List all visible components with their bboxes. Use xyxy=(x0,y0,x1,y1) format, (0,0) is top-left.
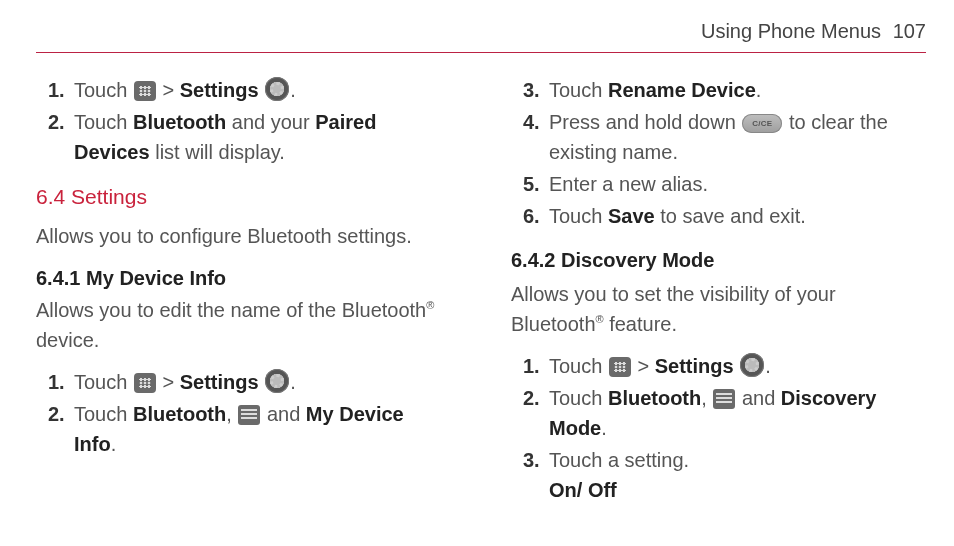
text: Touch xyxy=(74,79,133,101)
rename-steps: 3. Touch Rename Device. 4. Press and hol… xyxy=(511,75,926,231)
step-text: Touch a setting. On/ Off xyxy=(549,445,926,505)
intro-steps: 1. Touch > Settings . 2. Touch Bluetooth… xyxy=(36,75,451,167)
bluetooth-label: Bluetooth xyxy=(133,403,226,425)
text: > xyxy=(157,79,180,101)
text: . xyxy=(765,355,771,377)
text: Allows you to edit the name of the Bluet… xyxy=(36,299,426,321)
clear-key-icon xyxy=(742,114,782,133)
text: . xyxy=(756,79,762,101)
step-text: Touch Rename Device. xyxy=(549,75,926,105)
text xyxy=(259,79,265,101)
step-number: 3. xyxy=(523,445,549,475)
text: feature. xyxy=(604,313,677,335)
settings-label: Settings xyxy=(180,79,259,101)
step-number: 1. xyxy=(523,351,549,381)
step: 2. Touch Bluetooth, and Discovery Mode. xyxy=(511,383,926,443)
step-number: 4. xyxy=(523,107,549,137)
header-section: Using Phone Menus xyxy=(701,20,881,42)
right-column: 3. Touch Rename Device. 4. Press and hol… xyxy=(511,75,926,519)
text xyxy=(259,371,265,393)
list-icon xyxy=(713,389,735,409)
content-columns: 1. Touch > Settings . 2. Touch Bluetooth… xyxy=(36,75,926,519)
text: Touch xyxy=(549,355,608,377)
text: > xyxy=(632,355,655,377)
step: 1. Touch > Settings . xyxy=(36,75,451,105)
text xyxy=(734,355,740,377)
text: . xyxy=(290,79,296,101)
step-text: Touch Bluetooth and your Paired Devices … xyxy=(74,107,451,167)
text: Touch xyxy=(549,387,608,409)
text: > xyxy=(157,371,180,393)
step: 5. Enter a new alias. xyxy=(511,169,926,199)
text: to save and exit. xyxy=(655,205,806,227)
gear-icon xyxy=(740,353,764,377)
section-title-settings: 6.4 Settings xyxy=(36,181,451,213)
registered-mark: ® xyxy=(426,299,434,311)
step-number: 2. xyxy=(48,399,74,429)
text: Press and hold down xyxy=(549,111,741,133)
gear-icon xyxy=(265,77,289,101)
save-label: Save xyxy=(608,205,655,227)
bluetooth-label: Bluetooth xyxy=(608,387,701,409)
settings-label: Settings xyxy=(180,371,259,393)
step-number: 6. xyxy=(523,201,549,231)
subsection-title-device-info: 6.4.1 My Device Info xyxy=(36,263,451,293)
step-number: 2. xyxy=(48,107,74,137)
text: Touch xyxy=(549,79,608,101)
text: and xyxy=(261,403,305,425)
text: . xyxy=(111,433,117,455)
section-description: Allows you to configure Bluetooth settin… xyxy=(36,221,451,251)
step: 6. Touch Save to save and exit. xyxy=(511,201,926,231)
text: , xyxy=(226,403,237,425)
subsection-description: Allows you to edit the name of the Bluet… xyxy=(36,295,451,355)
page-header: Using Phone Menus 107 xyxy=(36,16,926,53)
step-text: Touch > Settings . xyxy=(74,367,451,397)
left-column: 1. Touch > Settings . 2. Touch Bluetooth… xyxy=(36,75,451,519)
step-text: Touch > Settings . xyxy=(74,75,451,105)
step: 1. Touch > Settings . xyxy=(511,351,926,381)
bluetooth-label: Bluetooth xyxy=(133,111,226,133)
page-number: 107 xyxy=(893,20,926,42)
apps-grid-icon xyxy=(609,357,631,377)
step-number: 5. xyxy=(523,169,549,199)
step: 2. Touch Bluetooth, and My Device Info. xyxy=(36,399,451,459)
step-text: Touch > Settings . xyxy=(549,351,926,381)
gear-icon xyxy=(265,369,289,393)
text: list will display. xyxy=(150,141,285,163)
on-off-label: On/ Off xyxy=(549,479,617,501)
subsection-title-discovery: 6.4.2 Discovery Mode xyxy=(511,245,926,275)
text: Touch xyxy=(74,371,133,393)
rename-device-label: Rename Device xyxy=(608,79,756,101)
text: Touch xyxy=(549,205,608,227)
text: . xyxy=(601,417,607,439)
step-number: 3. xyxy=(523,75,549,105)
registered-mark: ® xyxy=(596,313,604,325)
text: and xyxy=(736,387,780,409)
step: 3. Touch a setting. On/ Off xyxy=(511,445,926,505)
text: . xyxy=(290,371,296,393)
step-number: 1. xyxy=(48,367,74,397)
settings-label: Settings xyxy=(655,355,734,377)
apps-grid-icon xyxy=(134,81,156,101)
step-text: Press and hold down to clear the existin… xyxy=(549,107,926,167)
step: 1. Touch > Settings . xyxy=(36,367,451,397)
step-text: Enter a new alias. xyxy=(549,169,926,199)
step: 4. Press and hold down to clear the exis… xyxy=(511,107,926,167)
list-icon xyxy=(238,405,260,425)
discovery-steps: 1. Touch > Settings . 2. Touch Bluetooth… xyxy=(511,351,926,505)
step-text: Touch Bluetooth, and My Device Info. xyxy=(74,399,451,459)
text: Touch xyxy=(74,403,133,425)
text: Touch xyxy=(74,111,133,133)
text: and your xyxy=(226,111,315,133)
step-number: 1. xyxy=(48,75,74,105)
step-number: 2. xyxy=(523,383,549,413)
apps-grid-icon xyxy=(134,373,156,393)
text: device. xyxy=(36,329,99,351)
subsection-description: Allows you to set the visibility of your… xyxy=(511,279,926,339)
text: , xyxy=(701,387,712,409)
step-text: Touch Bluetooth, and Discovery Mode. xyxy=(549,383,926,443)
step: 2. Touch Bluetooth and your Paired Devic… xyxy=(36,107,451,167)
device-info-steps: 1. Touch > Settings . 2. Touch Bluetooth… xyxy=(36,367,451,459)
step: 3. Touch Rename Device. xyxy=(511,75,926,105)
text: Touch a setting. xyxy=(549,449,689,471)
